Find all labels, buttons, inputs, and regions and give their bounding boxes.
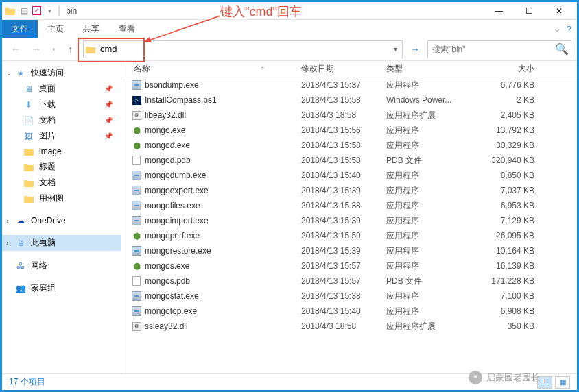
file-date: 2018/4/3 18:58 xyxy=(297,110,382,120)
file-size: 320,940 KB xyxy=(464,156,539,165)
qat-dropdown-icon[interactable]: ▾ xyxy=(44,5,55,16)
up-button[interactable]: ↑ xyxy=(62,41,79,58)
nav-icon xyxy=(23,146,35,157)
table-row[interactable]: mongoimport.exe2018/4/13 15:39应用程序7,129 … xyxy=(121,213,577,228)
table-row[interactable]: mongostat.exe2018/4/13 15:38应用程序7,100 KB xyxy=(121,289,577,304)
file-date: 2018/4/13 15:40 xyxy=(297,171,382,180)
go-button[interactable]: → xyxy=(407,41,423,58)
nav-label: 标题 xyxy=(39,161,56,173)
nav-item[interactable]: 🖼图片📌 xyxy=(2,128,121,144)
file-type: 应用程序扩展 xyxy=(382,110,464,121)
pin-icon: 📌 xyxy=(104,101,113,108)
file-name: mongorestore.exe xyxy=(143,246,297,256)
nav-thispc[interactable]: ›🖥此电脑 xyxy=(2,235,121,251)
ribbon-expand-icon[interactable]: ⌵ xyxy=(555,25,560,34)
back-button[interactable]: ← xyxy=(8,41,24,58)
nav-network[interactable]: 🖧网络 xyxy=(2,258,121,273)
nav-item[interactable]: 📄文档📌 xyxy=(2,112,121,128)
file-icon: ⚙ xyxy=(130,322,143,331)
nav-label: image xyxy=(39,147,62,156)
file-type: PDB 文件 xyxy=(382,275,464,287)
view-icons-button[interactable]: ▦ xyxy=(555,376,570,389)
file-size: 6,776 KB xyxy=(464,80,539,90)
file-name: mongoperf.exe xyxy=(143,231,297,241)
props-icon[interactable]: ▤ xyxy=(19,5,29,16)
file-size: 2 KB xyxy=(464,95,539,105)
table-row[interactable]: mongod.pdb2018/4/13 15:58PDB 文件320,940 K… xyxy=(121,153,577,168)
check-title-icon: ✓ xyxy=(32,6,41,15)
nav-sidebar: ⌄★快速访问 🖥桌面📌⬇下载📌📄文档📌🖼图片📌image标题文档用例图 ›☁On… xyxy=(2,61,121,373)
pin-icon: 📌 xyxy=(104,85,113,93)
file-name: bsondump.exe xyxy=(143,80,297,90)
minimize-button[interactable]: — xyxy=(484,2,514,20)
ribbon: 文件 主页 共享 查看 ⌵ ? xyxy=(2,20,577,38)
file-size: 6,908 KB xyxy=(464,306,539,316)
file-date: 2018/4/3 18:58 xyxy=(297,321,382,331)
table-row[interactable]: ⚙ssleay32.dll2018/4/3 18:58应用程序扩展350 KB xyxy=(121,319,577,334)
file-name: mongos.exe xyxy=(143,261,297,271)
ribbon-help-icon[interactable]: ? xyxy=(567,24,571,34)
forward-button[interactable]: → xyxy=(28,41,45,58)
table-row[interactable]: mongodump.exe2018/4/13 15:40应用程序8,850 KB xyxy=(121,168,577,183)
file-size: 2,405 KB xyxy=(464,110,539,120)
maximize-button[interactable]: ☐ xyxy=(514,2,544,20)
nav-icon xyxy=(23,162,35,173)
file-name: mongostat.exe xyxy=(143,291,297,301)
col-type[interactable]: 类型 xyxy=(382,63,464,75)
col-size[interactable]: 大小 xyxy=(464,63,539,75)
table-row[interactable]: mongorestore.exe2018/4/13 15:39应用程序10,16… xyxy=(121,243,577,258)
file-icon: > xyxy=(130,96,143,105)
nav-icon: 🖥 xyxy=(23,84,35,95)
nav-item[interactable]: 文档 xyxy=(2,175,121,191)
nav-item[interactable]: 用例图 xyxy=(2,191,121,206)
file-icon: ⚙ xyxy=(130,111,143,120)
tab-view[interactable]: 查看 xyxy=(109,20,145,38)
search-icon[interactable]: 🔍 xyxy=(553,42,571,56)
col-name[interactable]: 名称⌃ xyxy=(130,63,297,75)
nav-quickaccess[interactable]: ⌄★快速访问 xyxy=(2,65,121,81)
search-input[interactable] xyxy=(428,43,553,56)
address-dropdown-icon[interactable]: ▾ xyxy=(388,45,402,53)
recent-dropdown[interactable]: ▾ xyxy=(49,41,58,58)
nav-onedrive[interactable]: ›☁OneDrive xyxy=(2,213,121,228)
table-row[interactable]: mongofiles.exe2018/4/13 15:38应用程序6,953 K… xyxy=(121,198,577,213)
table-row[interactable]: bsondump.exe2018/4/13 15:37应用程序6,776 KB xyxy=(121,77,577,93)
file-name: mongodump.exe xyxy=(143,171,297,180)
address-input[interactable] xyxy=(97,42,388,56)
table-row[interactable]: ⬢mongoperf.exe2018/4/13 15:59应用程序26,095 … xyxy=(121,228,577,243)
nav-item[interactable]: image xyxy=(2,144,121,159)
table-row[interactable]: ⚙libeay32.dll2018/4/3 18:58应用程序扩展2,405 K… xyxy=(121,108,577,123)
table-row[interactable]: mongotop.exe2018/4/13 15:40应用程序6,908 KB xyxy=(121,304,577,319)
table-row[interactable]: mongos.pdb2018/4/13 15:57PDB 文件171,228 K… xyxy=(121,273,577,289)
file-date: 2018/4/13 15:56 xyxy=(297,125,382,135)
file-size: 7,037 KB xyxy=(464,186,539,195)
table-row[interactable]: >InstallCompass.ps12018/4/13 15:58Window… xyxy=(121,93,577,108)
file-size: 30,329 KB xyxy=(464,140,539,150)
nav-item[interactable]: 标题 xyxy=(2,159,121,175)
table-row[interactable]: mongoexport.exe2018/4/13 15:39应用程序7,037 … xyxy=(121,183,577,198)
file-type: 应用程序 xyxy=(382,125,464,136)
col-date[interactable]: 修改日期 xyxy=(297,63,382,75)
pin-icon: 📌 xyxy=(104,132,113,140)
file-size: 6,953 KB xyxy=(464,201,539,210)
nav-item[interactable]: ⬇下载📌 xyxy=(2,97,121,112)
file-type: 应用程序 xyxy=(382,260,464,272)
nav-label: 图片 xyxy=(39,130,56,142)
file-type: 应用程序 xyxy=(382,200,464,212)
nav-icon xyxy=(23,177,35,188)
file-name: mongofiles.exe xyxy=(143,201,297,210)
file-type: 应用程序 xyxy=(382,245,464,257)
table-row[interactable]: ⬢mongos.exe2018/4/13 15:57应用程序16,139 KB xyxy=(121,258,577,273)
file-date: 2018/4/13 15:58 xyxy=(297,95,382,105)
file-icon xyxy=(130,306,143,316)
tab-file[interactable]: 文件 xyxy=(2,20,38,38)
nav-item[interactable]: 🖥桌面📌 xyxy=(2,81,121,97)
table-row[interactable]: ⬢mongo.exe2018/4/13 15:56应用程序13,792 KB xyxy=(121,123,577,138)
tab-home[interactable]: 主页 xyxy=(38,20,73,38)
file-type: 应用程序 xyxy=(382,185,464,197)
file-name: InstallCompass.ps1 xyxy=(143,95,297,105)
nav-homegroup[interactable]: 👥家庭组 xyxy=(2,280,121,296)
tab-share[interactable]: 共享 xyxy=(73,20,109,38)
table-row[interactable]: ⬢mongod.exe2018/4/13 15:58应用程序30,329 KB xyxy=(121,138,577,153)
close-button[interactable]: ✕ xyxy=(544,2,574,20)
